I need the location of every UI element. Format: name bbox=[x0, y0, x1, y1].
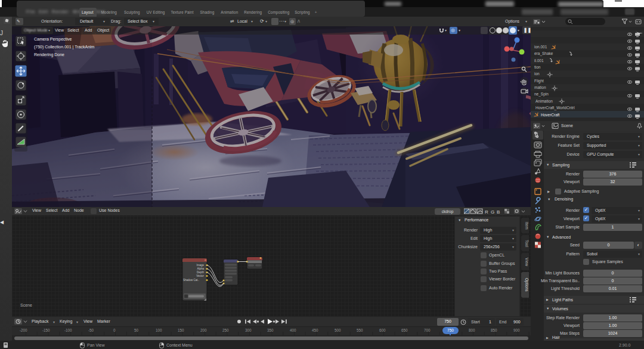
svg-text:Alpha: Alpha bbox=[197, 267, 204, 270]
svg-text:B: B bbox=[497, 209, 500, 215]
svg-text:Image: Image bbox=[196, 264, 204, 267]
svg-text:G: G bbox=[491, 209, 494, 215]
svg-text:R: R bbox=[485, 209, 488, 215]
svg-text:Depth: Depth bbox=[197, 271, 205, 274]
svg-text:Vector: Vector bbox=[196, 274, 204, 277]
svg-text:Shadow Cat..: Shadow Cat.. bbox=[183, 279, 199, 282]
